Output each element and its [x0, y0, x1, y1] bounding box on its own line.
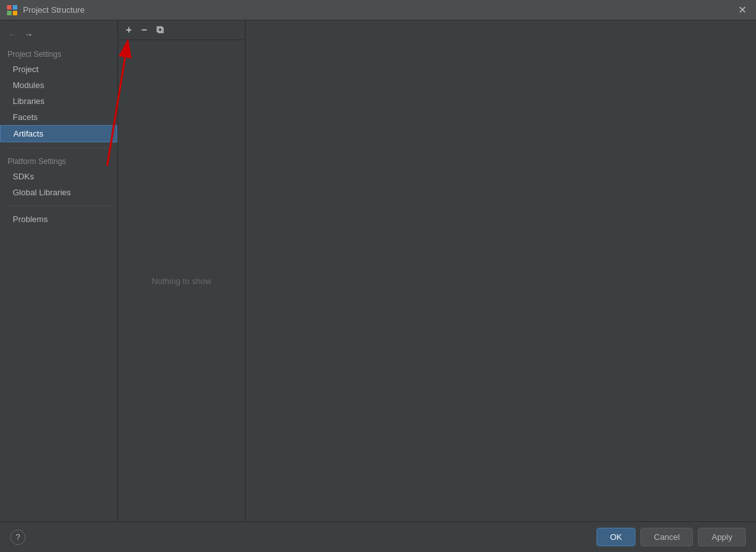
project-structure-icon — [6, 4, 18, 16]
bottom-bar: ? OK Cancel Apply — [0, 521, 756, 552]
ok-button[interactable]: OK — [597, 528, 635, 546]
bottom-left: ? — [10, 530, 26, 545]
sidebar-item-global-libraries[interactable]: Global Libraries — [0, 184, 117, 200]
sidebar-divider-2 — [6, 205, 111, 206]
close-button[interactable]: ✕ — [734, 3, 750, 18]
title-bar-left: Project Structure — [6, 4, 85, 16]
sidebar-item-problems[interactable]: Problems — [0, 211, 117, 227]
add-artifact-button[interactable]: + — [122, 23, 136, 37]
copy-artifact-button[interactable]: ⧉ — [152, 23, 167, 37]
bottom-right: OK Cancel Apply — [597, 528, 746, 546]
svg-rect-2 — [7, 11, 11, 15]
cancel-button[interactable]: Cancel — [641, 528, 693, 546]
dialog-title: Project Structure — [23, 5, 85, 15]
sidebar-item-facets[interactable]: Facets — [0, 109, 117, 125]
svg-rect-3 — [13, 11, 17, 15]
platform-settings-label: Platform Settings — [0, 153, 117, 168]
sidebar-item-artifacts[interactable]: Artifacts — [0, 125, 117, 142]
apply-button[interactable]: Apply — [698, 528, 746, 546]
svg-rect-0 — [7, 5, 11, 10]
help-button[interactable]: ? — [10, 530, 26, 545]
right-detail-panel — [246, 20, 756, 521]
svg-rect-1 — [13, 5, 17, 10]
project-settings-label: Project Settings — [0, 46, 117, 61]
sidebar-item-libraries[interactable]: Libraries — [0, 93, 117, 109]
remove-artifact-button[interactable]: − — [137, 23, 151, 37]
artifact-list-content: Nothing to show — [118, 40, 245, 521]
nothing-to-show-label: Nothing to show — [152, 276, 211, 286]
sidebar-divider-1 — [6, 147, 111, 148]
back-button[interactable]: ← — [5, 28, 19, 41]
forward-button[interactable]: → — [22, 28, 36, 41]
panel-toolbar: + − ⧉ — [118, 20, 245, 40]
title-bar: Project Structure ✕ — [0, 0, 756, 20]
nav-back-fwd: ← → — [0, 26, 117, 46]
artifact-list-panel: + − ⧉ Nothing to show — [118, 20, 246, 521]
main-layout: ← → Project Settings Project Modules Lib… — [0, 20, 756, 521]
sidebar-item-sdks[interactable]: SDKs — [0, 168, 117, 184]
sidebar-item-modules[interactable]: Modules — [0, 77, 117, 93]
sidebar: ← → Project Settings Project Modules Lib… — [0, 20, 118, 521]
sidebar-item-project[interactable]: Project — [0, 61, 117, 77]
dialog-container: Project Structure ✕ ← → Project Settings… — [0, 0, 756, 552]
